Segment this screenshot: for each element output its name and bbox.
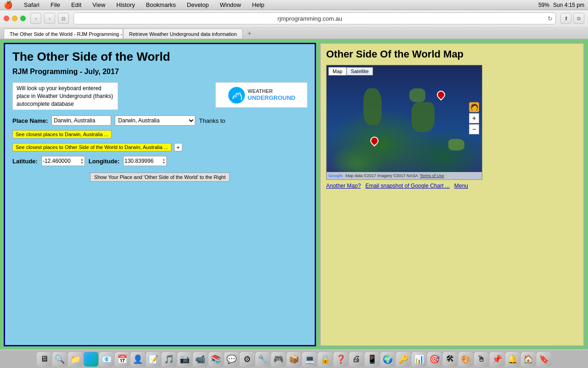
street-view-button[interactable]: 🧑	[469, 102, 479, 112]
dock-icon-notifications[interactable]: 🔔	[505, 352, 520, 367]
latitude-spinner[interactable]: ▲ ▼	[41, 156, 85, 166]
address-bar[interactable]: rjmprogramming.com.au ↻	[74, 12, 556, 24]
sidebar-button[interactable]: ⊡	[58, 13, 69, 24]
latitude-input[interactable]	[43, 158, 79, 164]
dock-icon-games[interactable]: 🎮	[271, 352, 286, 367]
tab-active[interactable]: The Other Side of the World - RJM Progra…	[4, 29, 123, 39]
dock-icon-packages[interactable]: 📦	[287, 352, 301, 367]
another-map-link[interactable]: Another Map?	[326, 183, 361, 189]
back-button[interactable]: ‹	[30, 13, 41, 24]
dock-icon-printer[interactable]: 🖨	[349, 352, 364, 367]
dock-icon-mouse[interactable]: 🖱	[474, 352, 489, 367]
dock-icon-spotlight[interactable]: 🔍	[52, 352, 67, 367]
zoom-in-button[interactable]: +	[469, 113, 479, 123]
longitude-input[interactable]	[124, 158, 161, 164]
map-view-button[interactable]: Map	[328, 67, 346, 75]
dock-icon-terminal[interactable]: 💻	[302, 352, 317, 367]
clock: Sun 4:15 pm	[553, 2, 584, 8]
reload-button[interactable]: ↻	[546, 14, 554, 23]
map-data-text: Map data ©2017 Imagery ©2017 NASA	[345, 173, 418, 178]
url-text: rjmprogramming.com.au	[74, 15, 546, 22]
dock-icon-facetime[interactable]: 📹	[193, 352, 208, 367]
dock-icon-finder[interactable]: 🖥	[37, 352, 51, 367]
share-button[interactable]: ⬆	[560, 13, 571, 24]
dock-icon-phone[interactable]: 📱	[365, 352, 379, 367]
dock-icon-tools[interactable]: 🔧	[255, 352, 270, 367]
dock-icon-bookmark[interactable]: 🔖	[537, 352, 551, 367]
place-name-select[interactable]: Darwin, Australia	[115, 115, 195, 126]
zoom-out-button[interactable]: −	[469, 124, 479, 134]
dock-icon-art[interactable]: 🎨	[458, 352, 473, 367]
map-pin-other-side[interactable]	[437, 91, 443, 100]
add-tab-button[interactable]: +	[244, 29, 254, 39]
dock-icon-settings1[interactable]: ⚙	[240, 352, 254, 367]
dock-icon-messages[interactable]: 💬	[224, 352, 239, 367]
map-panel-title: Other Side Of the World Map	[326, 48, 578, 60]
menu-view[interactable]: View	[90, 1, 107, 8]
page-title: The Other Side of the World	[12, 50, 307, 64]
maximize-window-button[interactable]	[20, 16, 26, 21]
apple-menu[interactable]: 🍎	[4, 0, 13, 9]
close-window-button[interactable]	[4, 16, 9, 21]
menu-help[interactable]: Help	[250, 1, 266, 8]
longitude-arrows[interactable]: ▲ ▼	[162, 158, 165, 164]
dock-icon-mail[interactable]: 📧	[99, 352, 114, 367]
dock-icon-target[interactable]: 🎯	[427, 352, 442, 367]
map-terms-link[interactable]: Terms of Use	[420, 173, 444, 178]
info-text-box: Will look up your keyboard entered place…	[12, 82, 118, 110]
longitude-spinner[interactable]: ▲ ▼	[123, 156, 167, 166]
menu-edit[interactable]: Edit	[69, 1, 83, 8]
dock-icon-books[interactable]: 📚	[209, 352, 223, 367]
svg-point-3	[239, 92, 241, 94]
map-zoom-controls: 🧑 + −	[469, 102, 479, 134]
closest-places-other-btn[interactable]: See closest places to Other Side of the …	[12, 143, 171, 151]
show-places-button[interactable]: Show Your Place and 'Other Side of the W…	[90, 172, 230, 182]
dock-icon-contacts[interactable]: 👤	[130, 352, 145, 367]
menu-window[interactable]: Window	[218, 1, 243, 8]
continent-europe	[409, 88, 425, 102]
minimize-window-button[interactable]	[12, 16, 17, 21]
forward-button[interactable]: ›	[44, 13, 55, 24]
google-logo: Google	[328, 173, 343, 178]
longitude-down-arrow[interactable]: ▼	[162, 161, 165, 164]
menu-history[interactable]: History	[114, 1, 136, 8]
map-pin-darwin[interactable]	[370, 137, 377, 146]
dock-icon-maps[interactable]: 🌍	[380, 352, 395, 367]
dock-icon-security[interactable]: 🔒	[318, 352, 333, 367]
email-snapshot-link[interactable]: Email snapshot of Google Chart ...	[365, 183, 449, 189]
menu-bookmarks[interactable]: Bookmarks	[144, 1, 178, 8]
closest-places-btn[interactable]: See closest places to Darwin, Australia …	[12, 130, 112, 138]
menu-safari[interactable]: Safari	[22, 1, 41, 8]
place-name-input[interactable]	[51, 115, 111, 126]
dock-icon-music[interactable]: 🎵	[162, 352, 176, 367]
new-tab-button[interactable]: ⧉	[573, 13, 584, 24]
menu-file[interactable]: File	[49, 1, 62, 8]
menu-link[interactable]: Menu	[454, 183, 468, 189]
dock-icon-pin[interactable]: 📌	[490, 352, 504, 367]
info-row: Will look up your keyboard entered place…	[12, 82, 307, 110]
plus-button[interactable]: +	[174, 143, 182, 151]
dock-icon-keychain[interactable]: 🔑	[396, 352, 411, 367]
battery-status: 59%	[538, 2, 549, 8]
latitude-arrows[interactable]: ▲ ▼	[80, 158, 84, 164]
map-container: Map Satellite 🧑 + − Google Map data ©201…	[326, 65, 482, 180]
tab-inactive[interactable]: Retrieve Weather Underground data inform…	[123, 29, 243, 39]
dock-icon-files[interactable]: 📁	[68, 352, 83, 367]
dock-icon-home[interactable]: 🏠	[521, 352, 536, 367]
map-background	[327, 65, 482, 179]
wu-line2: UNDERGROUND	[248, 94, 295, 102]
satellite-view-button[interactable]: Satellite	[346, 67, 373, 75]
dock-icon-safari[interactable]: 🌐	[84, 352, 98, 367]
btn-row-1: See closest places to Darwin, Australia …	[12, 130, 307, 138]
dock-icon-dev[interactable]: 🛠	[443, 352, 458, 367]
menu-develop[interactable]: Develop	[185, 1, 211, 8]
dock-icon-photos[interactable]: 📷	[177, 352, 192, 367]
dock-icon-notes[interactable]: 📝	[146, 352, 161, 367]
latitude-up-arrow[interactable]: ▲	[80, 158, 84, 161]
longitude-up-arrow[interactable]: ▲	[162, 158, 165, 161]
latitude-down-arrow[interactable]: ▼	[80, 161, 84, 164]
map-footer: Google Map data ©2017 Imagery ©2017 NASA…	[327, 172, 482, 179]
dock-icon-charts[interactable]: 📊	[412, 352, 426, 367]
dock-icon-calendar[interactable]: 📅	[115, 352, 130, 367]
dock-icon-help[interactable]: ❓	[334, 352, 348, 367]
